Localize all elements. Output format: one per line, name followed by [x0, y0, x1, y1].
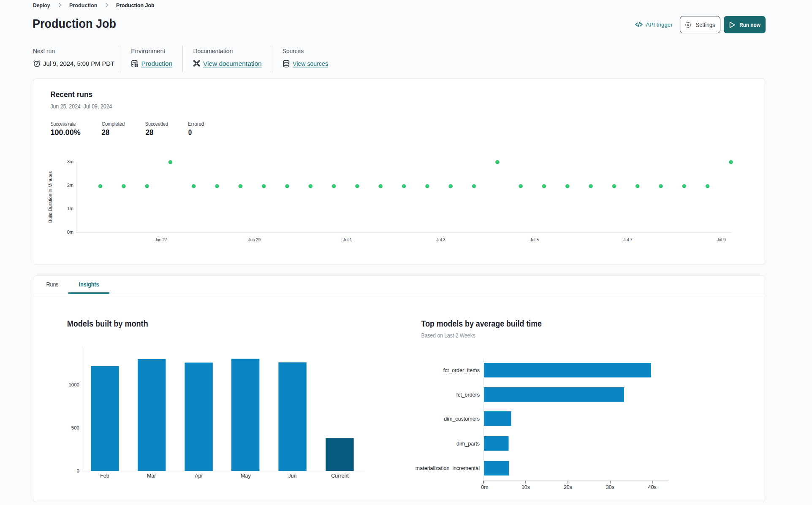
svg-text:fct_orders: fct_orders	[456, 392, 480, 398]
svg-text:28: 28	[146, 128, 153, 137]
svg-text:Documentation: Documentation	[193, 48, 233, 54]
svg-text:Feb: Feb	[100, 473, 109, 479]
svg-text:Settings: Settings	[696, 22, 715, 28]
svg-text:Completed: Completed	[102, 121, 125, 127]
svg-text:Jul 7: Jul 7	[623, 237, 633, 242]
svg-text:0m: 0m	[481, 484, 488, 490]
svg-text:Jul 9, 2024, 5:00 PM PDT: Jul 9, 2024, 5:00 PM PDT	[43, 60, 115, 67]
svg-text:Insights: Insights	[79, 281, 99, 288]
svg-text:1m: 1m	[67, 206, 73, 211]
svg-text:View documentation: View documentation	[203, 60, 262, 67]
svg-text:dim_parts: dim_parts	[456, 441, 480, 447]
svg-text:28: 28	[102, 128, 109, 137]
svg-text:Models built by month: Models built by month	[67, 319, 148, 328]
svg-text:20s: 20s	[564, 484, 572, 490]
svg-text:Top models by average build ti: Top models by average build time	[421, 319, 542, 328]
svg-text:Production Job: Production Job	[116, 2, 155, 8]
svg-text:Recent runs: Recent runs	[50, 90, 92, 99]
svg-text:Jun 27: Jun 27	[155, 237, 167, 242]
svg-text:Production: Production	[69, 2, 98, 8]
svg-text:May: May	[241, 473, 251, 479]
svg-text:Next run: Next run	[33, 48, 55, 54]
svg-text:Errored: Errored	[188, 121, 204, 127]
svg-text:500: 500	[71, 425, 79, 430]
svg-text:0m: 0m	[67, 230, 73, 235]
svg-text:Current: Current	[331, 473, 349, 479]
svg-text:Build Duration in Minutes: Build Duration in Minutes	[48, 171, 53, 223]
svg-text:0: 0	[77, 468, 79, 473]
svg-text:Jun 25, 2024–Jul 09, 2024: Jun 25, 2024–Jul 09, 2024	[50, 103, 112, 110]
svg-text:Deploy: Deploy	[33, 2, 50, 8]
svg-text:Succeeded: Succeeded	[145, 121, 168, 127]
svg-text:Jun 29: Jun 29	[248, 237, 261, 242]
svg-text:Jul 1: Jul 1	[343, 237, 352, 242]
svg-text:materialization_incremental: materialization_incremental	[416, 465, 480, 471]
svg-text:10s: 10s	[521, 484, 530, 490]
svg-text:1000: 1000	[68, 382, 79, 387]
svg-text:3m: 3m	[67, 159, 73, 164]
svg-text:Environment: Environment	[131, 48, 165, 54]
svg-text:Jul 5: Jul 5	[530, 237, 539, 242]
svg-text:dim_customers: dim_customers	[444, 416, 480, 422]
svg-text:0: 0	[188, 128, 192, 137]
svg-text:fct_order_items: fct_order_items	[443, 367, 480, 373]
svg-text:Production: Production	[141, 60, 172, 67]
svg-text:Sources: Sources	[282, 48, 304, 54]
svg-text:Mar: Mar	[147, 473, 156, 479]
svg-text:100.00%: 100.00%	[51, 128, 81, 137]
svg-text:40s: 40s	[648, 484, 657, 490]
svg-text:Based on Last 2 Weeks: Based on Last 2 Weeks	[421, 332, 475, 339]
svg-text:2m: 2m	[67, 183, 73, 188]
svg-text:API trigger: API trigger	[646, 22, 673, 28]
svg-text:View sources: View sources	[293, 60, 328, 67]
svg-text:Apr: Apr	[195, 473, 203, 479]
svg-text:Runs: Runs	[46, 281, 59, 288]
svg-text:Run now: Run now	[739, 22, 760, 28]
svg-text:Success rate: Success rate	[51, 121, 76, 127]
svg-text:Production Job: Production Job	[33, 16, 116, 30]
svg-text:30s: 30s	[606, 484, 614, 490]
svg-text:Jul 9: Jul 9	[717, 237, 726, 242]
svg-text:Jul 3: Jul 3	[436, 237, 445, 242]
svg-text:Jun: Jun	[288, 473, 296, 479]
